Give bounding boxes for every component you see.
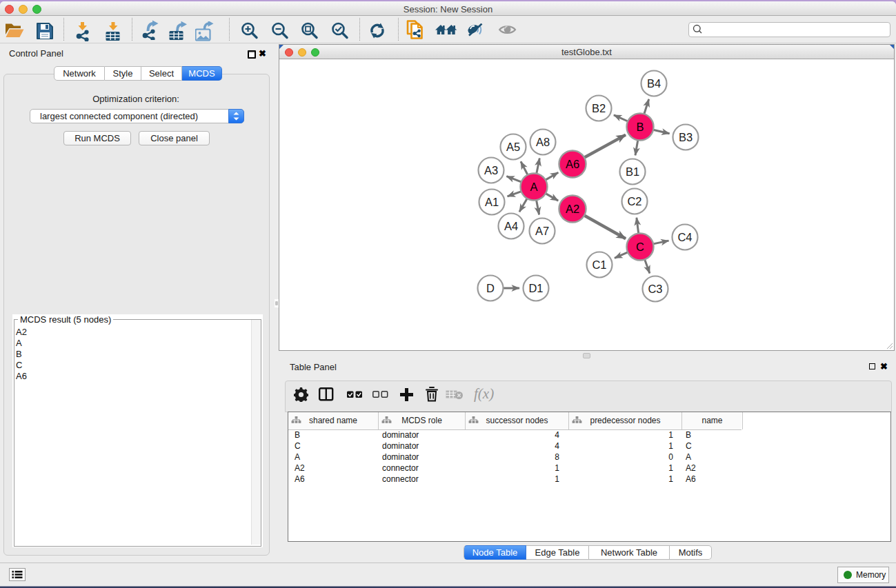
svg-text:B: B — [636, 121, 644, 133]
svg-text:D: D — [486, 282, 495, 294]
svg-text:C4: C4 — [677, 231, 692, 243]
svg-text:A8: A8 — [536, 136, 550, 148]
svg-text:C1: C1 — [592, 258, 606, 271]
svg-text:A4: A4 — [504, 220, 518, 232]
svg-text:A3: A3 — [484, 164, 498, 176]
svg-text:C2: C2 — [627, 195, 641, 207]
svg-text:A2: A2 — [566, 203, 579, 215]
svg-text:B3: B3 — [679, 131, 693, 143]
svg-text:B1: B1 — [626, 165, 639, 178]
svg-text:A: A — [530, 181, 537, 193]
svg-text:D1: D1 — [528, 282, 543, 294]
svg-text:A1: A1 — [485, 196, 499, 208]
svg-text:B2: B2 — [592, 102, 606, 114]
svg-text:A7: A7 — [535, 225, 549, 237]
svg-text:A6: A6 — [566, 158, 579, 170]
svg-text:C: C — [636, 241, 644, 253]
svg-text:C3: C3 — [648, 283, 662, 295]
svg-text:B4: B4 — [647, 77, 661, 90]
svg-text:A5: A5 — [506, 141, 520, 153]
